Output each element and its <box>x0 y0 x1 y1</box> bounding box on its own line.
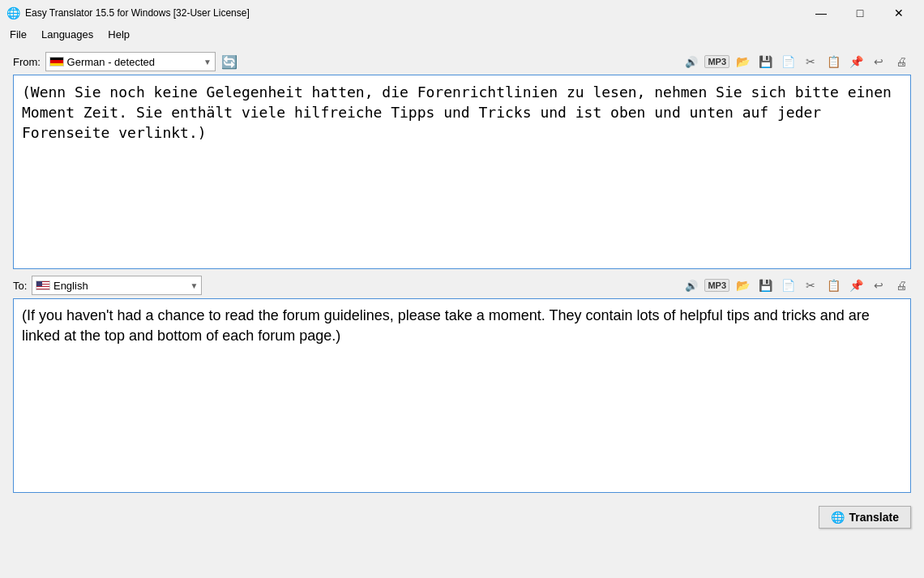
to-label: To: <box>13 280 27 292</box>
source-mp3-button[interactable]: 🔊 MP3 <box>680 53 729 71</box>
source-save-button[interactable]: 💾 <box>755 52 775 71</box>
source-cut-button[interactable]: ✂ <box>801 52 820 71</box>
target-print-button[interactable]: 🖨 <box>892 276 911 295</box>
target-mp3-label: MP3 <box>704 279 729 292</box>
source-toolbar-right: 🔊 MP3 📂 💾 📄 ✂ 📋 📌 ↩ 🖨 <box>680 52 911 71</box>
app-title: Easy Translator 15.5 for Windows [32-Use… <box>25 7 250 19</box>
target-language-select[interactable]: English ▼ <box>32 276 202 295</box>
target-dropdown-arrow-icon: ▼ <box>190 281 198 290</box>
source-speaker-icon: 🔊 <box>680 53 703 71</box>
maximize-button[interactable]: □ <box>841 4 879 22</box>
target-copy-button[interactable]: 📋 <box>823 276 843 295</box>
source-undo-button[interactable]: ↩ <box>869 52 888 71</box>
main-content: From: German - detected ▼ 🔄 🔊 MP3 <box>0 44 924 578</box>
english-flag-icon <box>36 280 50 290</box>
titlebar: 🌐 Easy Translator 15.5 for Windows [32-U… <box>0 0 924 24</box>
target-open-button[interactable]: 📂 <box>733 276 752 295</box>
target-save-button[interactable]: 💾 <box>755 276 775 295</box>
source-print-button[interactable]: 🖨 <box>892 52 911 71</box>
german-flag-icon <box>49 57 64 66</box>
bottom-toolbar: 🌐 Translate <box>13 499 911 532</box>
menu-file[interactable]: File <box>3 27 33 42</box>
translate-globe-icon: 🌐 <box>831 511 845 524</box>
menu-languages[interactable]: Languages <box>35 27 100 42</box>
source-paste-button[interactable]: 📌 <box>846 52 866 71</box>
target-text-area: (If you haven't had a chance to read the… <box>13 298 911 493</box>
source-open-button[interactable]: 📂 <box>733 52 752 71</box>
source-language-text: German - detected <box>67 56 203 68</box>
app-icon: 🌐 <box>6 6 20 19</box>
refresh-button[interactable]: 🔄 <box>220 53 238 71</box>
target-cut-button[interactable]: ✂ <box>801 276 820 295</box>
target-undo-button[interactable]: ↩ <box>869 276 888 295</box>
source-copy-button[interactable]: 📋 <box>823 52 843 71</box>
from-label: From: <box>13 56 41 68</box>
source-new-button[interactable]: 📄 <box>778 52 798 71</box>
source-dropdown-arrow-icon: ▼ <box>203 58 212 66</box>
target-speaker-icon: 🔊 <box>680 276 703 294</box>
menu-help[interactable]: Help <box>101 27 136 42</box>
source-text-area[interactable] <box>13 75 911 269</box>
source-panel: From: German - detected ▼ 🔄 🔊 MP3 <box>13 52 911 269</box>
source-mp3-label: MP3 <box>704 55 729 68</box>
target-language-text: English <box>53 280 190 292</box>
target-paste-button[interactable]: 📌 <box>846 276 866 295</box>
source-language-select[interactable]: German - detected ▼ <box>45 52 216 71</box>
translate-button-label: Translate <box>849 511 899 524</box>
menubar: File Languages Help <box>0 24 924 44</box>
target-toolbar: To: English ▼ 🔊 MP3 📂 💾 📄 ✂ 📋 📌 <box>13 276 911 295</box>
minimize-button[interactable]: — <box>802 4 840 22</box>
translate-button[interactable]: 🌐 Translate <box>819 506 911 529</box>
target-mp3-button[interactable]: 🔊 MP3 <box>680 276 729 294</box>
target-new-button[interactable]: 📄 <box>778 276 798 295</box>
close-button[interactable]: ✕ <box>880 4 918 22</box>
target-toolbar-right: 🔊 MP3 📂 💾 📄 ✂ 📋 📌 ↩ 🖨 <box>680 276 911 295</box>
target-panel: To: English ▼ 🔊 MP3 📂 💾 📄 ✂ 📋 📌 <box>13 276 911 493</box>
source-toolbar: From: German - detected ▼ 🔄 🔊 MP3 <box>13 52 911 71</box>
